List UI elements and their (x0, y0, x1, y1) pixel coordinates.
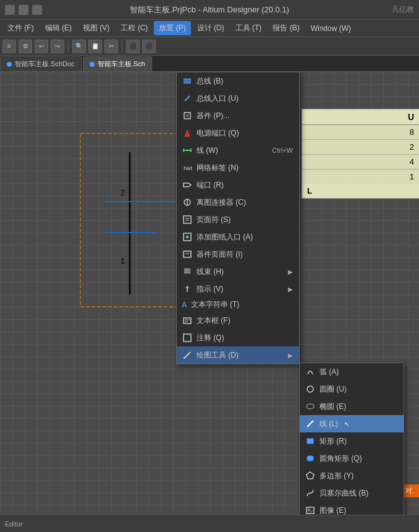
menu-item-power[interactable]: 电源端口 (Q) (177, 124, 299, 142)
svg-rect-36 (184, 318, 191, 324)
menu-item-directive[interactable]: 指示 (V) ▶ (177, 280, 299, 298)
menu-reports[interactable]: 报告 (B) (268, 21, 304, 35)
arc-label: 弧 (A) (320, 367, 339, 377)
menu-view[interactable]: 视图 (V) (78, 21, 114, 35)
toolbar-btn-1[interactable]: ≡ (2, 40, 16, 53)
menu-item-harness[interactable]: 线束 (H) ▶ (177, 263, 299, 280)
bus-entry-label: 总线入口 (U) (197, 93, 239, 104)
image-label: 图像 (E) (320, 505, 346, 515)
toolbar-btn-2[interactable]: ⚙ (19, 40, 32, 53)
svg-rect-23 (184, 216, 191, 223)
submenu-item-polygon[interactable]: 多边形 (Y) (300, 467, 404, 484)
svg-marker-15 (184, 129, 190, 137)
svg-marker-48 (307, 472, 314, 479)
bezier-label: 贝塞尔曲线 (B) (320, 488, 368, 499)
offsheet-icon (182, 197, 193, 208)
toolbar-btn-5[interactable]: 📋 (88, 40, 102, 53)
menu-project[interactable]: 工程 (C) (116, 21, 153, 35)
svg-rect-47 (307, 456, 313, 461)
rect-icon (305, 435, 316, 447)
line-draw-icon (305, 418, 316, 429)
submenu-item-line[interactable]: 线 (L) ↖ (300, 415, 404, 432)
polygon-label: 多边形 (Y) (320, 471, 353, 481)
main-area: 2 1 U 8 2 4 1 L (0, 72, 419, 515)
menu-item-note[interactable]: 注释 (Q) (177, 329, 299, 346)
right-label-u: U (408, 112, 414, 122)
toolbar-btn-zoom[interactable]: 🔍 (72, 40, 86, 53)
roundrect-icon (305, 453, 316, 464)
place-dropdown-menu: 总线 (B) 总线入口 (U) 器件 (P)... 电源端口 (Q) (176, 72, 300, 364)
toolbar-btn-redo[interactable]: ↪ (51, 40, 64, 53)
submenu-item-arc[interactable]: 弧 (A) (300, 363, 404, 380)
toolbar-btn-7[interactable]: ⬛ (126, 40, 140, 53)
tab-label-2: 智能车主板.Sch (98, 59, 145, 69)
menu-item-netlabel[interactable]: Net 网络标签 (N) (177, 159, 299, 176)
offsheet-label: 离图连接器 (C) (197, 197, 246, 208)
menu-window[interactable]: Window (W) (306, 22, 356, 35)
menu-design[interactable]: 设计 (D) (192, 21, 229, 35)
menu-item-bus[interactable]: 总线 (B) (177, 72, 299, 90)
toolbar-btn-6[interactable]: ✂ (104, 40, 118, 53)
brand-watermark: 凡亿教 (392, 4, 414, 15)
directive-label: 指示 (V) (197, 284, 282, 294)
menu-edit[interactable]: 编辑 (E) (40, 21, 77, 35)
submenu-item-ellipse[interactable]: 椭圆 (E) (300, 398, 404, 415)
submenu-item-rect[interactable]: 矩形 (R) (300, 432, 404, 450)
menu-item-port[interactable]: 端口 (R) (177, 176, 299, 194)
menu-item-part[interactable]: 器件 (P)... (177, 107, 299, 124)
menu-file[interactable]: 文件 (F) (2, 21, 39, 35)
drawing-submenu: 弧 (A) 圆圈 (U) 椭圆 (E) 线 (L) ↖ (299, 363, 404, 515)
app-icon-1 (5, 5, 15, 15)
menu-item-addsheet[interactable]: 添加图纸入口 (A) (177, 228, 299, 246)
svg-point-14 (186, 114, 188, 117)
drawingtool-arrow: ▶ (288, 352, 293, 359)
svg-line-12 (185, 96, 190, 101)
bezier-icon (305, 487, 316, 499)
pagesymbol-label: 页面符 (S) (197, 215, 231, 225)
menu-place[interactable]: 放置 (P) (154, 21, 190, 35)
menu-item-wire[interactable]: 线 (W) Ctrl+W (177, 142, 299, 159)
right-label-l: L (307, 186, 312, 195)
menu-item-offsheet[interactable]: 离图连接器 (C) (177, 194, 299, 211)
drawingtool-icon (182, 350, 193, 361)
submenu-item-bezier[interactable]: 贝塞尔曲线 (B) (300, 484, 404, 502)
right-pin-panel: U 8 2 4 1 L (302, 109, 419, 199)
harness-arrow: ▶ (288, 268, 293, 275)
submenu-item-image[interactable]: 图像 (E) (300, 502, 404, 515)
line-draw-label: 线 (L) (320, 419, 338, 429)
menu-item-drawingtool[interactable]: 绘图工具 (D) ▶ (177, 346, 299, 364)
port-label: 端口 (R) (197, 180, 224, 191)
svg-text:2: 2 (121, 188, 125, 197)
partpage-icon (182, 249, 193, 260)
tab-schdoc1[interactable]: 智能车主板.SchDoc (0, 56, 82, 71)
title-bar-icons (5, 5, 42, 15)
directive-icon (182, 283, 193, 294)
note-label: 注释 (Q) (197, 333, 224, 343)
status-left: Editor (5, 520, 23, 528)
wire-shortcut: Ctrl+W (272, 147, 293, 154)
bus-icon (182, 75, 193, 87)
menu-item-bus-entry[interactable]: 总线入口 (U) (177, 90, 299, 107)
partpage-label: 器件页面符 (I) (197, 249, 243, 260)
pin-number-8: 8 (410, 127, 414, 137)
submenu-item-circle[interactable]: 圆圈 (U) (300, 380, 404, 398)
drawingtool-label: 绘图工具 (D) (197, 350, 282, 361)
tab-schdoc2[interactable]: 智能车主板.Sch (83, 56, 152, 71)
menu-item-pagesymbol[interactable]: 页面符 (S) (177, 211, 299, 228)
image-icon (305, 505, 316, 515)
toolbar-btn-8[interactable]: ⬛ (142, 40, 156, 53)
submenu-item-roundrect[interactable]: 圆角矩形 (Q) (300, 450, 404, 467)
harness-icon (182, 266, 193, 277)
status-bar: Editor (0, 515, 419, 532)
svg-marker-20 (184, 183, 191, 187)
menu-item-textbox[interactable]: 文本框 (F) (177, 312, 299, 329)
toolbar-btn-undo[interactable]: ↩ (35, 40, 48, 53)
pin-number-4: 4 (410, 157, 414, 166)
pin-number-2: 2 (410, 142, 414, 152)
svg-text:1: 1 (121, 256, 125, 265)
menu-tools[interactable]: 工具 (T) (231, 21, 267, 35)
ellipse-icon (305, 401, 316, 412)
svg-rect-29 (184, 251, 191, 257)
text-icon-a: A (182, 301, 187, 309)
menu-item-partpage[interactable]: 器件页面符 (I) (177, 246, 299, 263)
